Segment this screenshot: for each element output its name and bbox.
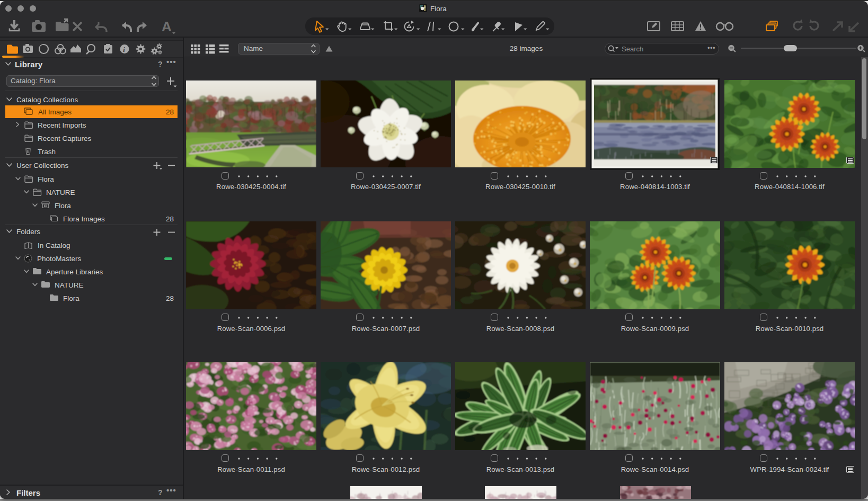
svg-text:A: A bbox=[162, 19, 172, 34]
svg-text:i: i bbox=[123, 46, 125, 53]
